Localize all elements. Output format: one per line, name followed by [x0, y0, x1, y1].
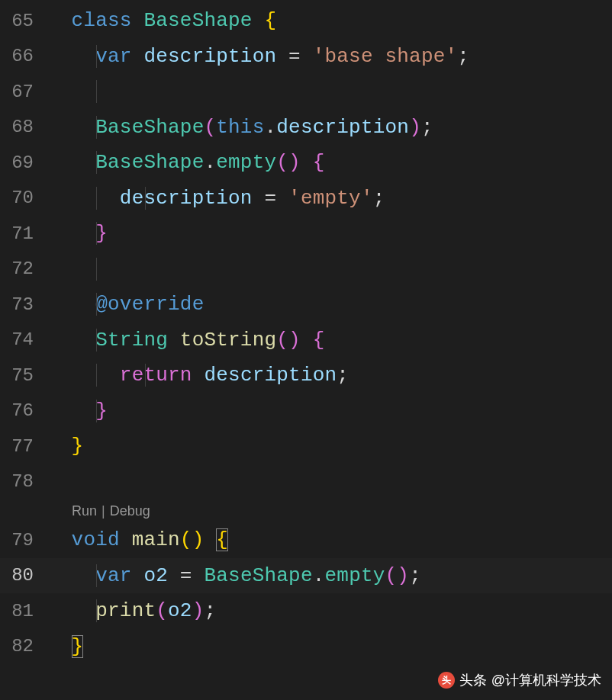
line-number: 74	[0, 329, 47, 350]
line-number: 65	[0, 11, 47, 31]
code-line[interactable]: 68 BaseShape(this.description);	[0, 110, 612, 146]
line-number: 69	[0, 153, 47, 173]
line-number: 71	[0, 223, 47, 244]
code-content[interactable]: }	[47, 435, 83, 458]
code-content[interactable]: void main() {	[47, 528, 228, 551]
line-number: 77	[0, 436, 47, 457]
line-number: 80	[0, 565, 47, 586]
code-content[interactable]: }	[47, 635, 83, 658]
code-content[interactable]: class BaseShape {	[47, 9, 276, 32]
code-content[interactable]: }	[47, 400, 108, 422]
code-editor[interactable]: 65 class BaseShape { 66 var description …	[0, 0, 612, 664]
line-number: 66	[0, 46, 47, 66]
code-line[interactable]: 67	[0, 74, 612, 110]
line-number: 67	[0, 82, 47, 102]
code-line[interactable]: 66 var description = 'base shape';	[0, 39, 612, 75]
code-content[interactable]: BaseShape.empty() {	[47, 151, 325, 174]
codelens: Run | Debug	[0, 499, 612, 522]
code-line[interactable]: 81 print(o2);	[0, 593, 612, 629]
watermark: 头 头条 @计算机科学技术	[438, 671, 601, 689]
code-line[interactable]: 73 @override	[0, 287, 612, 323]
watermark-handle: @计算机科学技术	[491, 671, 601, 689]
line-number: 68	[0, 117, 47, 137]
code-line[interactable]: 71 }	[0, 216, 612, 252]
code-content[interactable]	[47, 470, 60, 493]
codelens-run[interactable]: Run	[72, 503, 97, 519]
watermark-prefix: 头条	[459, 671, 487, 689]
code-line[interactable]: 65 class BaseShape {	[0, 3, 612, 39]
watermark-icon: 头	[438, 672, 455, 689]
code-content[interactable]: }	[47, 222, 108, 245]
line-number: 72	[0, 258, 47, 279]
code-content[interactable]: String toString() {	[47, 329, 325, 352]
code-content[interactable]: var o2 = BaseShape.empty();	[47, 564, 421, 587]
line-number: 75	[0, 365, 47, 386]
code-content[interactable]: var description = 'base shape';	[47, 45, 469, 68]
line-number: 81	[0, 601, 47, 621]
line-number: 73	[0, 294, 47, 315]
code-line[interactable]: 79 void main() {	[0, 522, 612, 558]
code-content[interactable]	[47, 80, 95, 103]
code-line[interactable]: 69 BaseShape.empty() {	[0, 145, 612, 181]
code-content[interactable]: BaseShape(this.description);	[47, 116, 433, 139]
code-line-active[interactable]: 80 var o2 = BaseShape.empty();	[0, 558, 612, 594]
codelens-separator: |	[101, 503, 105, 519]
code-line[interactable]: 74 String toString() {	[0, 323, 612, 358]
code-content[interactable]: print(o2);	[47, 599, 216, 622]
code-line[interactable]: 82 }	[0, 629, 612, 665]
line-number: 70	[0, 188, 47, 208]
line-number: 76	[0, 400, 47, 421]
code-line[interactable]: 77 }	[0, 429, 612, 464]
code-line[interactable]: 70 description = 'empty';	[0, 181, 612, 217]
code-content[interactable]	[47, 258, 95, 281]
code-content[interactable]: description = 'empty';	[47, 187, 385, 210]
codelens-debug[interactable]: Debug	[110, 503, 150, 519]
code-content[interactable]: @override	[47, 293, 204, 316]
line-number: 82	[0, 636, 47, 657]
code-content[interactable]: return description;	[47, 364, 349, 387]
line-number: 78	[0, 471, 47, 492]
line-number: 79	[0, 530, 47, 551]
code-line[interactable]: 76 }	[0, 393, 612, 429]
code-line[interactable]: 75 return description;	[0, 358, 612, 393]
code-line[interactable]: 78	[0, 464, 612, 500]
code-line[interactable]: 72	[0, 252, 612, 287]
